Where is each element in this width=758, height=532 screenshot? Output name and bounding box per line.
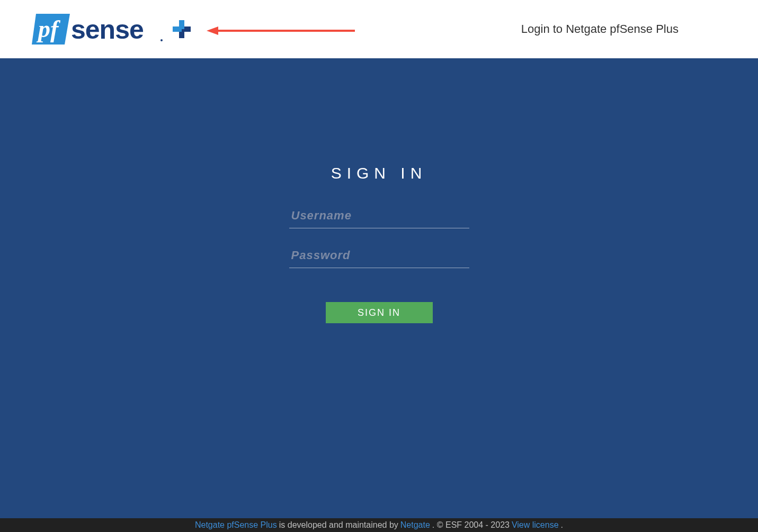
footer-product-link[interactable]: Netgate pfSense Plus [195,520,277,530]
pfsense-logo-icon: pf sense [32,10,191,49]
footer-text-1: is developed and maintained by [279,520,398,530]
annotation-arrow-icon [207,25,355,36]
footer-company-link[interactable]: Netgate [400,520,430,530]
pfsense-plus-logo: pf sense [32,10,191,49]
login-panel: SIGN IN SIGN IN [0,58,758,518]
page-root: pf sense Login to Netgate pfSense Plus [0,0,758,532]
signin-button[interactable]: SIGN IN [326,302,433,323]
footer-copyright: . © ESF 2004 - 2023 [432,520,510,530]
signin-heading: SIGN IN [331,164,427,182]
svg-rect-7 [173,26,182,32]
footer-bar: Netgate pfSense Plus is developed and ma… [0,518,758,532]
svg-text:pf: pf [36,15,61,42]
footer-period: . [561,520,563,530]
password-field[interactable] [289,243,469,268]
login-form: SIGN IN [289,203,469,323]
username-field[interactable] [289,203,469,228]
svg-point-3 [160,39,163,41]
svg-marker-9 [207,26,218,35]
header-bar: pf sense Login to Netgate pfSense Plus [0,0,758,58]
svg-text:sense: sense [71,15,144,45]
footer-license-link[interactable]: View license [512,520,559,530]
header-title: Login to Netgate pfSense Plus [521,22,737,36]
